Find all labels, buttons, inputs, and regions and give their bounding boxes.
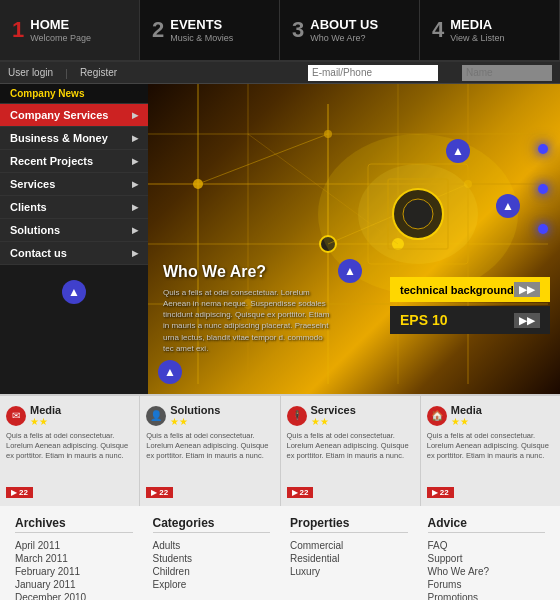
nav-num-4: 4 — [432, 19, 444, 41]
footer-link-archives-4[interactable]: December 2010 — [15, 591, 133, 600]
arrow-icon-1: ▶ — [132, 134, 138, 143]
footer-link-adv-4[interactable]: Promotions — [428, 591, 546, 600]
footer-link-archives-3[interactable]: January 2011 — [15, 578, 133, 591]
sidebar-up-arrow[interactable]: ▲ — [62, 280, 86, 304]
footer-link-archives-1[interactable]: March 2011 — [15, 552, 133, 565]
card-header-0: ✉ Media ★★ — [6, 404, 133, 427]
sidebar-item-clients[interactable]: Clients ▶ — [0, 196, 148, 219]
footer-link-cat-1[interactable]: Students — [153, 552, 271, 565]
footer-col-archives: Archives April 2011 March 2011 February … — [15, 516, 133, 600]
footer-link-adv-0[interactable]: FAQ — [428, 539, 546, 552]
footer-link-cat-0[interactable]: Adults — [153, 539, 271, 552]
footer-col-advice: Advice FAQ Support Who We Are? Forums Pr… — [428, 516, 546, 600]
nav-num-3: 3 — [292, 19, 304, 41]
eps-arrow-icon: ▶▶ — [514, 313, 540, 328]
footer-link-cat-3[interactable]: Explore — [153, 578, 271, 591]
nav-item-home[interactable]: 1 HOME Welcome Page — [0, 0, 140, 60]
sidebar-item-services[interactable]: Services ▶ — [0, 173, 148, 196]
tech-bg-button[interactable]: technical background ▶▶ — [390, 277, 550, 302]
nav-item-events[interactable]: 2 EVENTS Music & Movies — [140, 0, 280, 60]
glow-dot-3 — [538, 224, 548, 234]
nav-title-events: EVENTS — [170, 17, 233, 33]
hero-up-arrow-bottom[interactable]: ▲ — [158, 360, 182, 384]
arrow-icon-0: ▶ — [132, 111, 138, 120]
card-stars-0: ★★ — [30, 416, 133, 427]
footer-col-categories: Categories Adults Students Children Expl… — [153, 516, 271, 600]
tech-arrow-icon: ▶▶ — [514, 282, 540, 297]
svg-line-15 — [198, 134, 328, 184]
card-title-3: Media — [451, 404, 554, 416]
nav-subtitle-events: Music & Movies — [170, 33, 233, 43]
card-stars-1: ★★ — [170, 416, 273, 427]
card-media-1: ✉ Media ★★ Quis a felis at odei consecte… — [0, 396, 140, 506]
arrow-icon-6: ▶ — [132, 249, 138, 258]
card-badge-3: ▶22 — [427, 487, 454, 498]
sidebar-header: Company News — [0, 84, 148, 104]
card-stars-2: ★★ — [311, 416, 414, 427]
nav-item-media[interactable]: 4 MEDIA View & Listen — [420, 0, 560, 60]
who-text: Quis a felis at odei consectetuar. Lorel… — [163, 287, 333, 354]
who-title: Who We Are? — [163, 263, 333, 281]
card-text-0: Quis a felis at odei consectetuar. Lorel… — [6, 431, 133, 460]
sidebar-item-solutions[interactable]: Solutions ▶ — [0, 219, 148, 242]
card-stars-3: ★★ — [451, 416, 554, 427]
footer-link-archives-0[interactable]: April 2011 — [15, 539, 133, 552]
eps-button[interactable]: EPS 10 ▶▶ — [390, 306, 550, 334]
hero-up-arrow-1[interactable]: ▲ — [446, 139, 470, 163]
who-we-are-section: Who We Are? Quis a felis at odei consect… — [148, 253, 348, 364]
arrow-icon-5: ▶ — [132, 226, 138, 235]
login-bar: User login | Register — [0, 62, 560, 84]
sidebar-item-company-services[interactable]: Company Services ▶ — [0, 104, 148, 127]
sidebar-item-contact[interactable]: Contact us ▶ — [0, 242, 148, 265]
footer-link-prop-0[interactable]: Commercial — [290, 539, 408, 552]
footer-title-advice: Advice — [428, 516, 546, 533]
card-badge-1: ▶22 — [146, 487, 173, 498]
footer-link-cat-2[interactable]: Children — [153, 565, 271, 578]
card-text-1: Quis a felis at odei consectetuar. Lorel… — [146, 431, 273, 460]
card-icon-2: 🕴 — [287, 406, 307, 426]
card-solutions: 👤 Solutions ★★ Quis a felis at odei cons… — [140, 396, 280, 506]
nav-item-aboutus[interactable]: 3 ABOUT US Who We Are? — [280, 0, 420, 60]
hero-background: ▲ ▲ ▲ Who We Are? Quis a felis at odei c… — [148, 84, 560, 394]
footer-link-adv-2[interactable]: Who We Are? — [428, 565, 546, 578]
register-link[interactable]: Register — [80, 67, 117, 78]
glow-dot-1 — [538, 144, 548, 154]
card-text-3: Quis a felis at odei consectetuar. Lorel… — [427, 431, 554, 460]
footer-link-adv-1[interactable]: Support — [428, 552, 546, 565]
card-title-2: Services — [311, 404, 414, 416]
sidebar-item-business-money[interactable]: Business & Money ▶ — [0, 127, 148, 150]
footer-col-properties: Properties Commercial Residential Luxury — [290, 516, 408, 600]
main-area: Company News Company Services ▶ Business… — [0, 84, 560, 394]
nav-subtitle-aboutus: Who We Are? — [310, 33, 378, 43]
card-badge-2: ▶22 — [287, 487, 314, 498]
nav-num-1: 1 — [12, 19, 24, 41]
footer-link-adv-3[interactable]: Forums — [428, 578, 546, 591]
sidebar-item-recent-projects[interactable]: Recent Projects ▶ — [0, 150, 148, 173]
card-badge-0: ▶22 — [6, 487, 33, 498]
card-icon-3: 🏠 — [427, 406, 447, 426]
nav-subtitle-home: Welcome Page — [30, 33, 91, 43]
glow-dot-2 — [538, 184, 548, 194]
nav-title-home: HOME — [30, 17, 91, 33]
nav-subtitle-media: View & Listen — [450, 33, 504, 43]
card-title-1: Solutions — [170, 404, 273, 416]
footer-title-properties: Properties — [290, 516, 408, 533]
footer-link-prop-1[interactable]: Residential — [290, 552, 408, 565]
user-login-link[interactable]: User login — [8, 67, 53, 78]
hero-up-arrow-2[interactable]: ▲ — [496, 194, 520, 218]
nav-title-media: MEDIA — [450, 17, 504, 33]
card-services: 🕴 Services ★★ Quis a felis at odei conse… — [281, 396, 421, 506]
top-navigation: 1 HOME Welcome Page 2 EVENTS Music & Mov… — [0, 0, 560, 62]
email-input[interactable] — [308, 65, 438, 81]
cards-section: ✉ Media ★★ Quis a felis at odei consecte… — [0, 394, 560, 506]
name-input[interactable] — [462, 65, 552, 81]
tech-panel: technical background ▶▶ EPS 10 ▶▶ — [390, 277, 550, 334]
footer-link-prop-2[interactable]: Luxury — [290, 565, 408, 578]
svg-point-23 — [403, 199, 433, 229]
arrow-icon-3: ▶ — [132, 180, 138, 189]
card-header-1: 👤 Solutions ★★ — [146, 404, 273, 427]
nav-title-aboutus: ABOUT US — [310, 17, 378, 33]
nav-num-2: 2 — [152, 19, 164, 41]
footer-link-archives-2[interactable]: February 2011 — [15, 565, 133, 578]
arrow-icon-4: ▶ — [132, 203, 138, 212]
